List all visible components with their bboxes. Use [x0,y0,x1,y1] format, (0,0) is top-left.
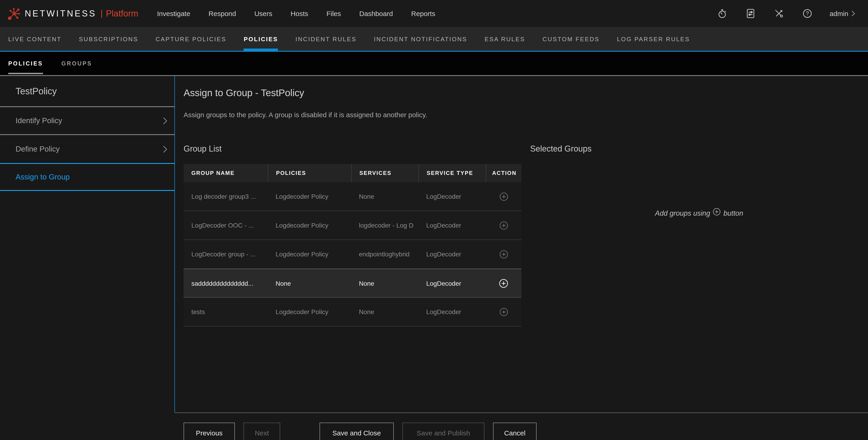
tab-capture-policies[interactable]: CAPTURE POLICIES [156,27,226,51]
selected-groups-empty-state: Add groups usingbutton [530,208,868,218]
brand-separator: | [100,9,102,18]
save-and-publish-button: Save and Publish [402,422,484,440]
policy-name: TestPolicy [0,76,175,107]
brand-product: Platform [106,8,138,19]
user-menu[interactable]: admin [830,10,855,18]
tab-incident-rules[interactable]: INCIDENT RULES [296,27,356,51]
tab-custom-feeds[interactable]: CUSTOM FEEDS [542,27,599,51]
brand-name: NETWITNESS [25,8,96,19]
sidebar-item-assign-to-group[interactable]: Assign to Group [0,163,175,191]
selected-groups-section: Selected Groups Add groups usingbutton [530,144,868,326]
add-circle-icon [499,250,508,259]
sub-tab-bar: POLICIES GROUPS [0,52,868,76]
subtab-groups[interactable]: GROUPS [61,51,92,75]
tab-log-parser-rules[interactable]: LOG PARSER RULES [617,27,690,51]
table-row: Log decoder group3 ... Logdecoder Policy… [184,182,522,211]
table-row: LogDecoder group - ... Logdecoder Policy… [184,240,522,269]
preferences-icon[interactable] [745,8,756,19]
tab-subscriptions[interactable]: SUBSCRIPTIONS [79,27,138,51]
column-header-service-type: SERVICE TYPE [418,164,486,182]
tab-esa-rules[interactable]: ESA RULES [485,27,525,51]
chevron-right-icon [163,117,167,124]
tab-incident-notifications[interactable]: INCIDENT NOTIFICATIONS [374,27,467,51]
selected-groups-heading: Selected Groups [530,144,868,154]
chevron-right-icon [163,145,167,153]
top-navigation-bar: NETWITNESS | Platform Investigate Respon… [0,0,868,27]
wizard-footer: Previous Next Save and Close Save and Pu… [175,412,868,440]
sidebar-item-identify-policy[interactable]: Identify Policy [0,107,175,135]
column-header-services: SERVICES [351,164,418,182]
menu-item-investigate[interactable]: Investigate [157,10,190,18]
add-circle-icon [499,221,508,230]
menu-item-hosts[interactable]: Hosts [291,10,308,18]
tab-policies[interactable]: POLICIES [244,27,278,51]
add-circle-icon[interactable] [499,279,508,288]
group-table-header: GROUP NAME POLICIES SERVICES SERVICE TYP… [184,164,522,182]
policy-wizard-sidebar: TestPolicy Identify Policy Define Policy [0,76,175,412]
next-button: Next [244,422,280,440]
menu-item-reports[interactable]: Reports [411,10,435,18]
group-list-heading: Group List [184,144,522,154]
column-header-action: ACTION [486,164,522,182]
content-area: TestPolicy Identify Policy Define Policy [0,76,868,440]
section-tab-bar: LIVE CONTENT SUBSCRIPTIONS CAPTURE POLIC… [0,27,868,52]
table-row: tests Logdecoder Policy None LogDecoder [184,297,522,326]
topnav-utilities: ? admin [699,8,855,19]
user-name: admin [830,10,848,18]
app-window: NETWITNESS | Platform Investigate Respon… [0,0,868,440]
add-circle-icon [710,208,723,216]
add-circle-icon [499,192,508,201]
column-header-group-name: GROUP NAME [184,164,268,182]
sidebar-item-define-policy[interactable]: Define Policy [0,135,175,163]
table-row-selected[interactable]: sadddddddddddddd... None None LogDecoder [184,269,522,297]
save-and-close-button[interactable]: Save and Close [319,422,394,440]
chevron-right-icon [851,10,855,17]
menu-item-dashboard[interactable]: Dashboard [360,10,393,18]
group-table: GROUP NAME POLICIES SERVICES SERVICE TYP… [184,164,522,326]
svg-text:?: ? [806,10,809,17]
column-header-policies: POLICIES [268,164,351,182]
add-circle-icon [499,307,508,316]
timer-icon[interactable] [717,8,727,19]
assign-to-group-panel: Assign to Group - TestPolicy Assign grou… [175,76,868,440]
help-icon[interactable]: ? [802,8,813,19]
netwitness-logo[interactable]: NETWITNESS | Platform [7,7,138,20]
cancel-button[interactable]: Cancel [493,422,536,440]
menu-item-files[interactable]: Files [327,10,341,18]
subtab-policies[interactable]: POLICIES [8,51,43,75]
netwitness-spark-icon [7,7,21,20]
tools-icon[interactable] [774,8,784,19]
tab-live-content[interactable]: LIVE CONTENT [8,27,61,51]
primary-menu: Investigate Respond Users Hosts Files Da… [157,10,454,18]
group-list-section: Group List GROUP NAME POLICIES SERVICES … [184,144,522,326]
page-title: Assign to Group - TestPolicy [184,87,868,99]
menu-item-respond[interactable]: Respond [209,10,236,18]
menu-item-users[interactable]: Users [254,10,272,18]
table-row: LogDecoder OOC - ... Logdecoder Policy l… [184,211,522,240]
previous-button[interactable]: Previous [184,422,235,440]
page-description: Assign groups to the policy. A group is … [184,111,868,119]
